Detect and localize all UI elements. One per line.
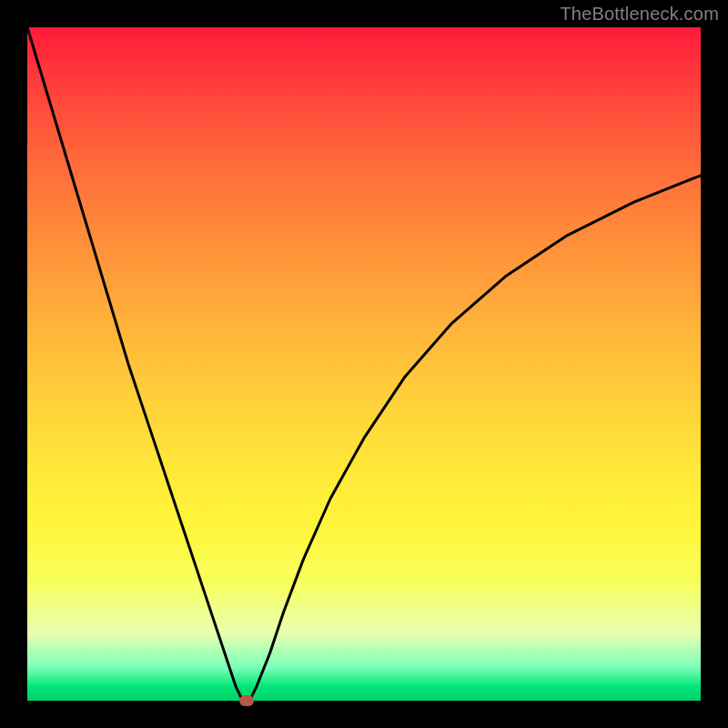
watermark-text: TheBottleneck.com xyxy=(560,4,719,25)
bottleneck-curve xyxy=(27,27,701,701)
optimum-marker xyxy=(239,695,254,706)
curve-svg xyxy=(27,27,701,701)
plot-area xyxy=(27,27,701,701)
chart-stage: TheBottleneck.com xyxy=(0,0,728,728)
